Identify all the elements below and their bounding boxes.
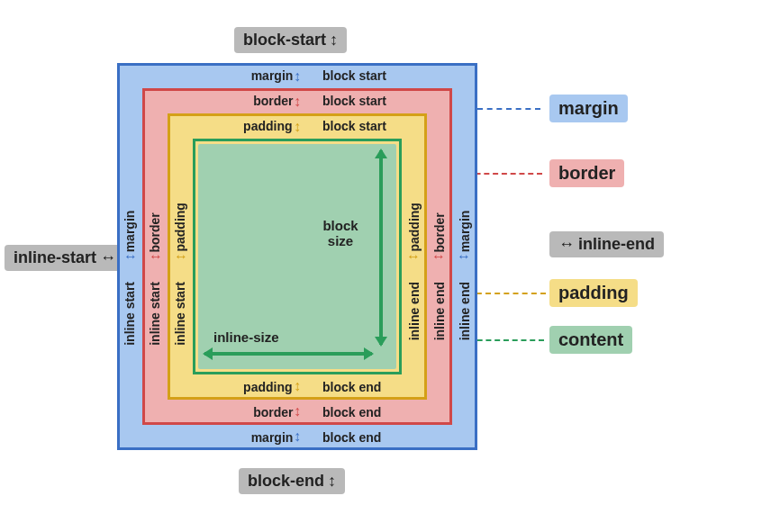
- inline-size-arrow-icon: [204, 352, 372, 356]
- diagram-area: margin ↕ block start margin ↕ block end …: [117, 63, 477, 450]
- block-size-arrow-icon: [379, 150, 383, 345]
- border-label-left-t: border: [148, 212, 162, 252]
- leftright-arrow-icon: ↔: [558, 235, 575, 254]
- legend-border-text: border: [549, 159, 624, 187]
- border-label-top-l: border: [253, 94, 293, 108]
- border-label-right-t: border: [432, 212, 447, 252]
- padding-label-bot-r: block end: [322, 380, 381, 394]
- border-label-left-b: inline start: [148, 282, 162, 346]
- leftright-arrow-icon: ↔: [455, 248, 473, 266]
- inline-start-text: inline-start: [14, 248, 96, 267]
- border-label-bot-r: block end: [322, 405, 381, 419]
- margin-label-bot-l: margin: [251, 430, 294, 445]
- inline-start-label: inline-start ↔: [5, 245, 125, 271]
- border-box: border ↕ block start border ↕ block end …: [142, 88, 452, 425]
- padding-label-top-l: padding: [243, 119, 292, 133]
- block-size-label: block size: [318, 218, 363, 248]
- margin-label-bot-r: block end: [322, 430, 381, 445]
- updown-arrow-icon: ↕: [288, 402, 306, 420]
- padding-label-right-b: inline end: [407, 282, 422, 340]
- margin-label-left-t: margin: [122, 211, 137, 253]
- leftright-arrow-icon: ↔: [100, 248, 116, 267]
- block-start-text: block-start: [243, 31, 326, 50]
- legend-margin: margin: [549, 95, 628, 122]
- margin-box: margin ↕ block start margin ↕ block end …: [117, 63, 477, 450]
- updown-arrow-icon: ↕: [288, 93, 306, 111]
- border-label-bot-l: border: [253, 405, 293, 419]
- margin-label-right-b: inline end: [458, 282, 472, 340]
- padding-label-bot-l: padding: [243, 380, 292, 394]
- legend-content-text: content: [549, 326, 632, 354]
- block-end-text: block-end: [248, 472, 324, 491]
- updown-arrow-icon: ↕: [288, 428, 306, 446]
- border-label-right-b: inline end: [432, 282, 447, 340]
- updown-arrow-icon: ↕: [330, 31, 338, 50]
- block-end-label: block-end ↕: [239, 468, 345, 494]
- updown-arrow-icon: ↕: [328, 472, 336, 491]
- margin-label-top-l: margin: [251, 68, 294, 83]
- padding-label-right-t: padding: [407, 203, 422, 251]
- inline-size-label: inline-size: [213, 329, 279, 345]
- inline-end-label: ↔ inline-end: [549, 231, 664, 257]
- leftright-arrow-icon: ↔: [430, 248, 448, 266]
- block-start-label: block-start ↕: [234, 27, 347, 53]
- legend-line-margin: [477, 108, 540, 110]
- padding-label-left-t: padding: [173, 203, 187, 251]
- border-label-top-r: block start: [322, 94, 386, 108]
- updown-arrow-icon: ↕: [288, 118, 306, 136]
- legend-padding-text: padding: [549, 279, 638, 307]
- margin-label-left-b: inline start: [122, 282, 137, 346]
- padding-box: padding ↕ block start padding ↕ block en…: [168, 113, 427, 400]
- inline-end-text: inline-end: [578, 235, 655, 254]
- leftright-arrow-icon: ↔: [147, 248, 165, 266]
- padding-label-left-b: inline start: [173, 282, 187, 346]
- content-box: block size inline-size: [193, 139, 402, 374]
- padding-label-top-r: block start: [322, 119, 386, 133]
- margin-label-right-t: margin: [458, 211, 472, 253]
- updown-arrow-icon: ↕: [288, 377, 306, 395]
- leftright-arrow-icon: ↔: [404, 248, 422, 266]
- margin-label-top-r: block start: [322, 68, 386, 83]
- updown-arrow-icon: ↕: [288, 68, 306, 86]
- legend-padding: padding: [549, 279, 638, 307]
- legend-border: border: [549, 159, 624, 187]
- leftright-arrow-icon: ↔: [122, 248, 140, 266]
- legend-margin-text: margin: [549, 95, 628, 122]
- legend-content: content: [549, 326, 632, 354]
- leftright-arrow-icon: ↔: [172, 248, 190, 266]
